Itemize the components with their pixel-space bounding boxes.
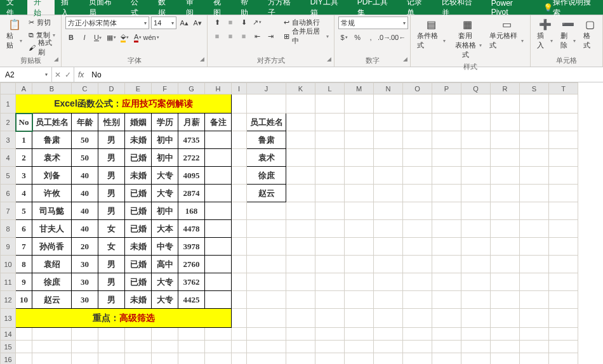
- cell[interactable]: [286, 167, 315, 185]
- cell[interactable]: [98, 341, 125, 353]
- cell[interactable]: [32, 328, 72, 341]
- table-cell[interactable]: 大专: [152, 291, 178, 309]
- cell[interactable]: [520, 202, 549, 220]
- table-cell[interactable]: 大专: [152, 167, 178, 185]
- cancel-formula-icon[interactable]: ✕: [55, 70, 61, 79]
- table-cell[interactable]: 168: [178, 202, 205, 220]
- col-header-B[interactable]: B: [32, 83, 72, 94]
- table-cell[interactable]: 已婚: [125, 273, 152, 291]
- table-cell[interactable]: 男: [98, 131, 125, 149]
- cell[interactable]: [549, 309, 578, 328]
- cell[interactable]: [432, 291, 461, 309]
- cell[interactable]: [125, 353, 152, 365]
- cell[interactable]: [315, 353, 345, 365]
- dialog-launcher-icon[interactable]: ◢: [403, 56, 408, 62]
- table-cell[interactable]: 大专: [152, 185, 178, 202]
- cell[interactable]: [152, 353, 178, 365]
- cell[interactable]: [345, 220, 374, 238]
- cell[interactable]: [315, 309, 345, 328]
- cell[interactable]: [491, 353, 520, 365]
- cell[interactable]: [461, 131, 491, 149]
- cell[interactable]: [461, 185, 491, 202]
- cell[interactable]: [152, 328, 178, 341]
- row-header[interactable]: 11: [1, 273, 16, 291]
- table-cell[interactable]: 已婚: [125, 149, 152, 167]
- row-header[interactable]: 10: [1, 256, 16, 273]
- table-header[interactable]: 员工姓名: [32, 114, 72, 131]
- tab-13[interactable]: Power Pivot: [485, 0, 537, 15]
- phonetic-button[interactable]: wén: [145, 32, 157, 43]
- increase-decimal-button[interactable]: .0→: [378, 32, 390, 43]
- tab-3[interactable]: 公式: [124, 0, 152, 15]
- cell[interactable]: [520, 114, 549, 131]
- cell[interactable]: [374, 149, 403, 167]
- table-cell[interactable]: 男: [98, 202, 125, 220]
- table-cell[interactable]: 40: [72, 185, 98, 202]
- align-center-button[interactable]: ≡: [225, 30, 236, 42]
- cell[interactable]: [432, 149, 461, 167]
- cell[interactable]: [315, 220, 345, 238]
- col-header-K[interactable]: K: [286, 83, 315, 94]
- align-right-button[interactable]: ≡: [238, 30, 249, 42]
- table-cell[interactable]: 3978: [178, 238, 205, 256]
- cell[interactable]: [286, 273, 315, 291]
- col-header-O[interactable]: O: [403, 83, 432, 94]
- format-cells-button[interactable]: ▢格式: [581, 16, 599, 51]
- cell[interactable]: [178, 328, 205, 341]
- table-cell[interactable]: 3762: [178, 273, 205, 291]
- grow-font-button[interactable]: A▴: [178, 17, 190, 29]
- cell[interactable]: [549, 220, 578, 238]
- cell[interactable]: [491, 131, 520, 149]
- cell[interactable]: [374, 291, 403, 309]
- table-cell[interactable]: [205, 256, 232, 273]
- fx-button[interactable]: fx: [74, 67, 88, 82]
- tab-12[interactable]: 比较和合并: [435, 0, 485, 15]
- row-header[interactable]: 3: [1, 131, 16, 149]
- cell[interactable]: [345, 149, 374, 167]
- format-painter-button[interactable]: 🖌格式刷: [27, 42, 57, 53]
- cell[interactable]: [345, 353, 374, 365]
- col-header-M[interactable]: M: [345, 83, 374, 94]
- table-cell[interactable]: 7: [16, 238, 32, 256]
- table-cell[interactable]: 中专: [152, 238, 178, 256]
- cell[interactable]: [403, 149, 432, 167]
- col-header-L[interactable]: L: [315, 83, 345, 94]
- cell[interactable]: [247, 341, 286, 353]
- cell[interactable]: [491, 256, 520, 273]
- cell[interactable]: [345, 202, 374, 220]
- comma-button[interactable]: ,: [365, 32, 376, 43]
- cell[interactable]: [403, 114, 432, 131]
- table-cell[interactable]: 20: [72, 238, 98, 256]
- cell[interactable]: [247, 328, 286, 341]
- cell[interactable]: [403, 94, 432, 114]
- row-header[interactable]: 9: [1, 238, 16, 256]
- cell[interactable]: [520, 309, 549, 328]
- table-cell[interactable]: 刘备: [32, 167, 72, 185]
- cell[interactable]: [403, 185, 432, 202]
- table-cell[interactable]: 甘夫人: [32, 220, 72, 238]
- cell[interactable]: [432, 238, 461, 256]
- table-cell[interactable]: 鲁肃: [32, 131, 72, 149]
- col-header-H[interactable]: H: [205, 83, 232, 94]
- cell[interactable]: [374, 94, 403, 114]
- cell[interactable]: [286, 114, 315, 131]
- cell[interactable]: [549, 185, 578, 202]
- cell[interactable]: [491, 291, 520, 309]
- table-cell[interactable]: [205, 202, 232, 220]
- col-header-A[interactable]: A: [16, 83, 32, 94]
- col-header-R[interactable]: R: [491, 83, 520, 94]
- table-header[interactable]: 月薪: [178, 114, 205, 131]
- orientation-button[interactable]: ↗: [251, 16, 263, 28]
- cell[interactable]: [491, 149, 520, 167]
- cell[interactable]: [491, 273, 520, 291]
- table-cell[interactable]: 4425: [178, 291, 205, 309]
- cell[interactable]: [286, 131, 315, 149]
- table-header[interactable]: No: [16, 114, 32, 131]
- bold-button[interactable]: B: [65, 32, 77, 43]
- cell[interactable]: [432, 94, 461, 114]
- cell[interactable]: [286, 185, 315, 202]
- cell[interactable]: [98, 353, 125, 365]
- cell[interactable]: [232, 341, 247, 353]
- row-header[interactable]: 5: [1, 167, 16, 185]
- table-cell[interactable]: 女: [98, 238, 125, 256]
